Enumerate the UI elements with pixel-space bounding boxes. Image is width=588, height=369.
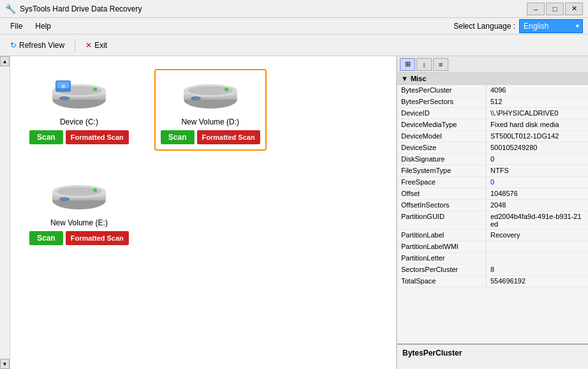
language-selector: Select Language : English bbox=[453, 19, 583, 33]
prop-value-9: 1048576 bbox=[487, 188, 588, 199]
drive-c-buttons: Scan Formatted Scan bbox=[29, 130, 129, 144]
prop-value-12: Recovery bbox=[487, 230, 588, 241]
maximize-button[interactable]: □ bbox=[546, 3, 564, 15]
prop-row-bytespercluster[interactable]: BytesPerCluster 4096 bbox=[397, 85, 588, 96]
prop-value-7: NTFS bbox=[487, 165, 588, 176]
prop-name-16: TotalSpace bbox=[397, 276, 487, 287]
scroll-up-button[interactable]: ▲ bbox=[0, 56, 10, 66]
exit-button[interactable]: ✕ Exit bbox=[80, 39, 112, 52]
close-button[interactable]: ✕ bbox=[565, 3, 583, 15]
drive-d-label: New Volume (D:) bbox=[181, 117, 239, 126]
left-panel-wrapper: ▲ ▼ bbox=[0, 56, 397, 369]
prop-name-5: DeviceSize bbox=[397, 142, 487, 153]
prop-grid-button[interactable]: ⊞ bbox=[400, 58, 415, 71]
prop-name-12: PartitionLabel bbox=[397, 230, 487, 241]
prop-row-filesystemtype[interactable]: FileSystemType NTFS bbox=[397, 165, 588, 177]
prop-name-13: PartitionLabelWMI bbox=[397, 241, 487, 252]
prop-row-devicemodel[interactable]: DeviceModel ST500LT012-1DG142 bbox=[397, 131, 588, 142]
prop-value-6: 0 bbox=[487, 154, 588, 165]
prop-row-devicemediatype[interactable]: DeviceMediaType Fixed hard disk media bbox=[397, 119, 588, 131]
prop-name-8: FreeSpace bbox=[397, 177, 487, 188]
prop-name-7: FileSystemType bbox=[397, 165, 487, 176]
drive-d-scan-button[interactable]: Scan bbox=[161, 130, 195, 144]
svg-text:⊞: ⊞ bbox=[61, 84, 65, 89]
language-label: Select Language : bbox=[453, 22, 515, 31]
scroll-down-button[interactable]: ▼ bbox=[0, 359, 10, 369]
properties-footer-label: BytesPerCluster bbox=[402, 349, 462, 358]
title-bar-controls: – □ ✕ bbox=[527, 3, 583, 15]
prop-row-totalspace[interactable]: TotalSpace 554696192 bbox=[397, 276, 588, 287]
minimize-button[interactable]: – bbox=[527, 3, 545, 15]
prop-group-collapse-icon: ▼ bbox=[401, 75, 408, 82]
prop-value-15: 8 bbox=[487, 264, 588, 275]
svg-point-15 bbox=[193, 97, 199, 100]
prop-value-10: 2048 bbox=[487, 200, 588, 211]
drive-e-label: New Volume (E:) bbox=[50, 218, 108, 227]
scroll-container: ▲ ▼ bbox=[0, 56, 10, 369]
prop-name-6: DiskSignature bbox=[397, 154, 487, 165]
prop-row-partitionlabelwmi[interactable]: PartitionLabelWMI bbox=[397, 241, 588, 253]
prop-value-4: ST500LT012-1DG142 bbox=[487, 131, 588, 142]
prop-sort-button[interactable]: ↕ bbox=[416, 58, 432, 71]
scroll-track bbox=[0, 66, 10, 359]
menu-items: File Help bbox=[5, 20, 56, 32]
prop-row-devicesize[interactable]: DeviceSize 500105249280 bbox=[397, 142, 588, 154]
prop-name-14: PartitionLetter bbox=[397, 253, 487, 264]
prop-name-9: Offset bbox=[397, 188, 487, 199]
prop-name-1: BytesPerSectors bbox=[397, 96, 487, 107]
prop-value-11: ed2004b4fa9d-491e-b931-21ed bbox=[487, 211, 588, 229]
prop-row-offsetinsectors[interactable]: OffsetInSectors 2048 bbox=[397, 200, 588, 211]
prop-row-partitionletter[interactable]: PartitionLetter bbox=[397, 253, 588, 264]
prop-name-2: DeviceID bbox=[397, 108, 487, 119]
drive-d-formatted-button[interactable]: Formatted Scan bbox=[197, 130, 260, 144]
prop-value-3: Fixed hard disk media bbox=[487, 119, 588, 130]
prop-name-4: DeviceModel bbox=[397, 131, 487, 142]
prop-list-button[interactable]: ≡ bbox=[433, 58, 448, 71]
drive-d-icon bbox=[182, 75, 239, 114]
prop-group-misc[interactable]: ▼ Misc bbox=[397, 73, 588, 85]
prop-value-16: 554696192 bbox=[487, 276, 588, 287]
properties-table: ▼ Misc BytesPerCluster 4096 BytesPerSect… bbox=[397, 73, 588, 343]
svg-point-22 bbox=[61, 198, 68, 200]
drive-e-icon bbox=[50, 176, 108, 215]
prop-group-label: Misc bbox=[411, 75, 426, 82]
prop-row-bytespersectors[interactable]: BytesPerSectors 512 bbox=[397, 96, 588, 108]
language-dropdown[interactable]: English bbox=[519, 19, 583, 33]
prop-row-deviceid[interactable]: DeviceID \\.\PHYSICALDRIVE0 bbox=[397, 108, 588, 119]
properties-footer: BytesPerCluster bbox=[397, 343, 588, 369]
drive-c-scan-button[interactable]: Scan bbox=[29, 130, 63, 144]
svg-point-5 bbox=[61, 97, 68, 100]
exit-icon: ✕ bbox=[85, 41, 92, 50]
drives-container: ⊞ Device (C:) Scan Formatted Scan bbox=[10, 56, 396, 264]
drive-e-formatted-button[interactable]: Formatted Scan bbox=[66, 231, 129, 245]
drive-d-buttons: Scan Formatted Scan bbox=[161, 130, 260, 144]
prop-row-offset[interactable]: Offset 1048576 bbox=[397, 188, 588, 200]
language-dropdown-wrapper: English bbox=[519, 19, 583, 33]
properties-toolbar: ⊞ ↕ ≡ bbox=[397, 56, 588, 73]
title-bar-left: 🔧 SysTools Hard Drive Data Recovery bbox=[5, 4, 142, 14]
prop-value-2: \\.\PHYSICALDRIVE0 bbox=[487, 108, 588, 119]
drive-c-formatted-button[interactable]: Formatted Scan bbox=[66, 130, 129, 144]
menu-file[interactable]: File bbox=[5, 20, 27, 32]
prop-row-sectorspercluster[interactable]: SectorsPerCluster 8 bbox=[397, 264, 588, 276]
refresh-label: Refresh View bbox=[19, 41, 64, 50]
prop-value-1: 512 bbox=[487, 96, 588, 107]
drive-e-scan-button[interactable]: Scan bbox=[29, 231, 63, 245]
drive-d-item[interactable]: New Volume (D:) Scan Formatted Scan bbox=[154, 69, 267, 151]
prop-value-5: 500105249280 bbox=[487, 142, 588, 153]
drive-c-item[interactable]: ⊞ Device (C:) Scan Formatted Scan bbox=[23, 69, 135, 151]
menu-help[interactable]: Help bbox=[30, 20, 56, 32]
prop-row-freespace[interactable]: FreeSpace 0 bbox=[397, 177, 588, 188]
prop-value-0: 4096 bbox=[487, 85, 588, 96]
prop-name-0: BytesPerCluster bbox=[397, 85, 487, 96]
app-icon: 🔧 bbox=[5, 4, 16, 14]
prop-row-partitionguid[interactable]: PartitionGUID ed2004b4fa9d-491e-b931-21e… bbox=[397, 211, 588, 230]
drive-c-label: Device (C:) bbox=[60, 117, 98, 126]
prop-name-3: DeviceMediaType bbox=[397, 119, 487, 130]
drive-e-item[interactable]: New Volume (E:) Scan Formatted Scan bbox=[23, 170, 135, 252]
title-bar: 🔧 SysTools Hard Drive Data Recovery – □ … bbox=[0, 0, 588, 18]
prop-name-11: PartitionGUID bbox=[397, 211, 487, 229]
prop-row-partitionlabel[interactable]: PartitionLabel Recovery bbox=[397, 230, 588, 241]
refresh-view-button[interactable]: ↻ Refresh View bbox=[5, 39, 70, 52]
prop-row-disksignature[interactable]: DiskSignature 0 bbox=[397, 154, 588, 165]
